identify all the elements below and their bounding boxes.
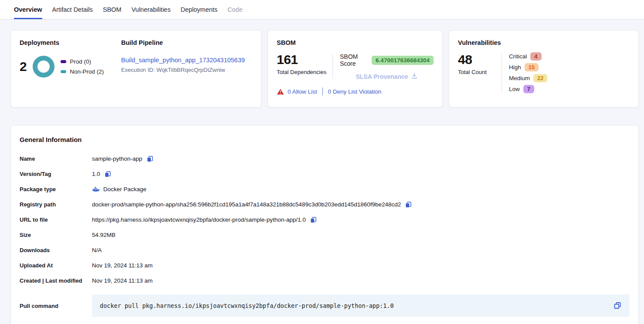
version-tag-label: Version/Tag [20,171,92,177]
sbom-card: SBOM 161 Total Dependencies SBOM Score 6… [268,30,443,108]
tab-sbom[interactable]: SBOM [103,0,122,19]
build-pipeline-section: Build Pipeline Build_sample_python_app_1… [121,39,252,98]
registry-path-label: Registry path [20,201,92,208]
row-package-type: Package type Docker Package [20,182,630,197]
row-name: Name sample-python-app [20,151,630,166]
severity-row-medium: Medium 22 [509,74,630,82]
sbom-links-divider [322,88,323,95]
pull-command-label: Pull command [20,303,92,309]
severity-critical-label: Critical [509,53,527,60]
copy-icon [146,155,154,163]
version-tag-value: 1.0 [92,171,100,177]
uploaded-at-label: Uploaded At [20,262,92,269]
tab-deployments[interactable]: Deployments [180,0,217,19]
legend-nonprod-label: Non-Prod (2) [70,68,104,75]
copy-icon [309,216,317,224]
pull-command-value: docker pull pkg.harness.io/ikpsjoavtcwxn… [100,302,613,309]
uploaded-at-value: Nov 19, 2024 11:13 am [92,262,153,269]
created-modified-label: Created | Last modified [20,277,92,284]
downloads-value: N/A [92,247,102,253]
warning-icon [277,88,284,95]
deployments-section: Deployments 2 Prod (0) Non-Prod (2) [20,39,121,98]
severity-row-critical: Critical 4 [509,52,630,61]
vulnerabilities-total-label: Total Count [458,69,502,75]
deployments-total: 2 [20,59,27,74]
deployments-title: Deployments [20,39,121,46]
copy-name-button[interactable] [146,155,154,163]
row-pull-command: Pull command docker pull pkg.harness.io/… [20,294,630,317]
registry-path-value: docker-prod/sample-python-app/sha256:596… [92,201,401,208]
general-information-card: General Information Name sample-python-a… [10,125,639,324]
deny-list-link[interactable]: 0 Deny List Violation [328,88,382,95]
sbom-title: SBOM [277,39,434,46]
url-to-file-label: URL to file [20,216,92,223]
severity-list: Critical 4 High 15 Medium 22 Low 7 [502,52,630,93]
copy-icon [104,170,112,178]
name-value: sample-python-app [92,155,142,162]
sbom-total-block: 161 Total Dependencies [277,52,332,81]
copy-url-button[interactable] [309,216,317,224]
vulnerabilities-total: 48 [458,52,502,67]
slsa-provenance-label: SLSA Provenance [356,73,408,80]
size-label: Size [20,232,92,238]
size-value: 54.92MB [92,232,115,238]
deployments-body: 2 Prod (0) Non-Prod (2) [20,56,121,78]
severity-row-low: Low 7 [509,85,630,93]
tab-overview[interactable]: Overview [14,0,42,19]
row-url-to-file: URL to file https://pkg.harness.io/ikpsj… [20,212,630,227]
legend-prod-label: Prod (0) [70,58,91,65]
row-version-tag: Version/Tag 1.0 [20,166,630,182]
execution-id-text: Execution ID: WqkTiIbBRqecQrpDtZwniw [121,67,252,73]
pipeline-link[interactable]: Build_sample_python_app_1732043105639 [121,57,252,64]
package-type-label: Package type [20,186,92,192]
severity-low-label: Low [509,86,520,92]
severity-medium-label: Medium [509,75,530,81]
pull-command-box: docker pull pkg.harness.io/ikpsjoavtcwxn… [92,294,630,317]
row-size: Size 54.92MB [20,227,630,243]
severity-high-label: High [509,64,521,71]
slsa-provenance-link[interactable]: SLSA Provenance [356,72,417,81]
tab-code[interactable]: Code [227,0,243,19]
allow-list-link[interactable]: 0 Allow List [288,88,317,95]
severity-high-badge: 15 [525,63,539,71]
sbom-score-badge: 6.470017636684304 [372,56,434,65]
sbom-policy-links: 0 Allow List 0 Deny List Violation [277,88,434,95]
deployments-build-card: Deployments 2 Prod (0) Non-Prod (2) [10,30,261,108]
created-modified-value: Nov 19, 2024 11:13 am [92,277,153,284]
build-pipeline-title: Build Pipeline [121,39,252,46]
vulnerabilities-card: Vulnerabilities 48 Total Count Critical … [449,30,639,108]
package-type-value: Docker Package [103,186,146,192]
docker-icon [92,186,100,192]
downloads-label: Downloads [20,247,92,253]
sbom-body: 161 Total Dependencies SBOM Score 6.4700… [277,52,434,81]
copy-pull-command-button[interactable] [613,301,622,310]
url-to-file-value: https://pkg.harness.io/ikpsjoavtcwxnqisy… [92,216,306,223]
severity-row-high: High 15 [509,63,630,71]
row-uploaded-at: Uploaded At Nov 19, 2024 11:13 am [20,258,630,273]
general-information-title: General Information [20,136,630,143]
severity-medium-badge: 22 [533,74,547,82]
sbom-score-row: SBOM Score 6.470017636684304 [340,53,434,67]
copy-icon [613,301,622,310]
copy-version-button[interactable] [104,170,112,178]
tab-artifact-details[interactable]: Artifact Details [52,0,93,19]
legend-item-nonprod: Non-Prod (2) [61,68,104,75]
tab-bar: Overview Artifact Details SBOM Vulnerabi… [0,0,644,20]
tab-vulnerabilities[interactable]: Vulnerabilities [132,0,171,19]
page-content: Deployments 2 Prod (0) Non-Prod (2) [0,20,644,324]
nonprod-dot-icon [61,70,66,73]
deployments-donut-chart [33,56,54,78]
name-label: Name [20,155,92,162]
vulnerabilities-title: Vulnerabilities [458,39,630,46]
sbom-score-label: SBOM Score [340,53,368,67]
copy-registry-path-button[interactable] [404,201,412,209]
prod-dot-icon [61,60,66,63]
sbom-score-block: SBOM Score 6.470017636684304 SLSA Proven… [333,52,434,81]
row-downloads: Downloads N/A [20,243,630,258]
sbom-total-label: Total Dependencies [277,69,332,75]
summary-cards-row: Deployments 2 Prod (0) Non-Prod (2) [10,30,639,108]
vulnerabilities-total-block: 48 Total Count [458,52,502,93]
copy-icon [404,201,412,209]
severity-low-badge: 7 [523,85,534,93]
row-registry-path: Registry path docker-prod/sample-python-… [20,197,630,212]
